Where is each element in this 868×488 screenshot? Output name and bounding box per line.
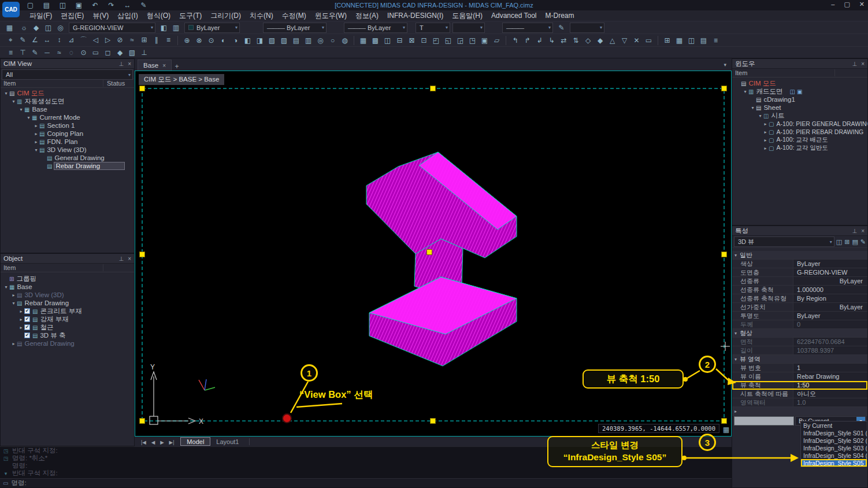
tree-item-label-selected[interactable]: Rebar Drawing: [54, 162, 124, 169]
toolbar-icon[interactable]: ◻: [102, 47, 114, 58]
visibility-checkbox[interactable]: ✔: [24, 316, 30, 322]
toolbar-icon[interactable]: ◫: [381, 35, 394, 46]
pin-icon[interactable]: ⊥: [852, 228, 857, 234]
toolbar-icon[interactable]: ▤: [698, 35, 710, 46]
tree-item-steel[interactable]: ▸✔▤강재 부재: [1, 315, 134, 323]
column-header-item[interactable]: Item: [732, 69, 835, 76]
toolbar-icon[interactable]: ⊟: [394, 35, 406, 46]
toolbar-icon[interactable]: ▧: [266, 35, 278, 46]
tree-item-concrete[interactable]: ▸✔▤콘크리트 부재: [1, 307, 134, 315]
tree-item-3d-view[interactable]: ▾▤3D View (3D): [1, 146, 134, 154]
menu-dimension[interactable]: 치수(N): [246, 10, 277, 21]
linetype-combo[interactable]: ——— ByLayer▾: [263, 23, 327, 33]
select-objects-icon[interactable]: ⊞: [844, 238, 850, 246]
document-tab-base[interactable]: Base×: [138, 60, 172, 71]
drawing-viewport[interactable]: Y X: [135, 71, 731, 436]
toolbar-icon[interactable]: ⊙: [205, 35, 217, 46]
grid-toggle-icon[interactable]: ▦: [723, 426, 729, 434]
next-sheet-button[interactable]: ▶: [158, 439, 166, 445]
toolbar-icon[interactable]: ▥: [170, 23, 182, 33]
add-tab-button[interactable]: +: [172, 62, 182, 71]
tree-item-label[interactable]: Base: [32, 106, 47, 113]
toolbar-icon[interactable]: ⊗: [193, 35, 205, 46]
toolbar-icon[interactable]: ◧: [158, 23, 170, 33]
toolbar-icon[interactable]: ∥: [150, 35, 162, 45]
expand-arrow-icon[interactable]: ▸: [732, 409, 740, 414]
tree-item-label[interactable]: 철근: [40, 323, 53, 331]
tree-item-label[interactable]: Sheet: [763, 104, 781, 111]
minimize-button[interactable]: –: [831, 1, 834, 8]
expand-arrow-icon[interactable]: ▾: [10, 301, 17, 306]
property-row-layer[interactable]: 도면층G-REGION-VIEW: [732, 268, 867, 277]
toolbar-icon[interactable]: ◨: [254, 35, 266, 46]
toolbar-icon[interactable]: ◎: [314, 35, 327, 46]
tree-item-3d-view-axis[interactable]: ✔▤3D 뷰 축: [1, 331, 134, 339]
toolbar-icon[interactable]: ✎: [17, 35, 29, 45]
layer-manager-icon[interactable]: ▦: [3, 23, 16, 33]
tree-item-cim-mode[interactable]: ▤CIM 모드: [732, 79, 867, 87]
tree-item-rebar-drawing[interactable]: ▾▤Rebar Drawing: [1, 299, 134, 307]
style-edit-cell[interactable]: [734, 416, 794, 426]
toolbar-icon[interactable]: ↔: [41, 35, 53, 45]
property-row-view-number[interactable]: 뷰 번호1: [732, 364, 867, 372]
tree-item-label[interactable]: 3D 뷰 축: [40, 331, 65, 339]
app-logo[interactable]: CAD: [2, 2, 20, 17]
lineweight-combo[interactable]: ——— ByLayer▾: [344, 23, 407, 33]
menu-file[interactable]: 파일(F): [25, 10, 56, 21]
tree-item-a100-rebar[interactable]: ▸▢A-100: PIER REBAR DRAWING: [732, 128, 867, 136]
category-general[interactable]: ▾일반: [732, 251, 867, 260]
expand-arrow-icon[interactable]: ▸: [762, 138, 769, 143]
plotstyle-icon[interactable]: ✎: [555, 23, 567, 33]
toolbar-icon[interactable]: ▱: [491, 35, 503, 46]
tree-item-fdn-plan[interactable]: ▸▤FDN. Plan: [1, 138, 134, 146]
tree-item-rebar-drawing[interactable]: ▤Rebar Drawing: [1, 162, 134, 170]
dropdown-option-s02[interactable]: InfraDesign_Style S02 (Gene: [801, 437, 867, 444]
toolbar-icon[interactable]: ⊤: [17, 47, 29, 58]
toolbar-icon[interactable]: ∠: [29, 35, 41, 45]
menu-infradesign[interactable]: INFRA-DESIGN(I): [383, 11, 447, 20]
tree-item-label[interactable]: 캐드도면: [756, 87, 782, 95]
toolbar-icon[interactable]: ⊘: [114, 35, 126, 45]
toolbar-icon[interactable]: ▽: [618, 35, 630, 46]
expand-arrow-icon[interactable]: ▾: [732, 357, 740, 362]
category-collapsed[interactable]: ▸: [732, 407, 867, 416]
tree-item-section1[interactable]: ▸▤Section 1: [1, 121, 134, 130]
close-icon[interactable]: ×: [128, 61, 131, 67]
tree-item-cdrawing1[interactable]: ▤cDrawing1: [732, 95, 867, 103]
toolbar-icon[interactable]: ≈: [53, 47, 65, 58]
toolbar-icon[interactable]: ─: [41, 47, 53, 58]
toolbar-icon[interactable]: ◳: [466, 35, 478, 46]
menu-insert[interactable]: 삽입(I): [113, 10, 142, 21]
chevron-down-icon[interactable]: ▾: [724, 62, 726, 68]
color-combo[interactable]: ByLayer▾: [184, 23, 240, 33]
textstyle-combo[interactable]: T▾: [416, 23, 450, 33]
expand-arrow-icon[interactable]: ▾: [742, 89, 748, 94]
tree-item-label[interactable]: 그룹핑: [16, 275, 36, 283]
toolbar-icon[interactable]: ↶: [89, 0, 101, 10]
property-row-transparency[interactable]: 투명도ByLayer: [732, 312, 867, 320]
property-row-linetype-scale-type[interactable]: 선종류 축척유형By Region: [732, 294, 867, 303]
toolbar-icon[interactable]: ▭: [643, 35, 655, 46]
tree-item-label[interactable]: Coping Plan: [47, 130, 83, 137]
toolbar-icon[interactable]: ◧: [242, 35, 254, 46]
plotstyle-combo[interactable]: ▾: [570, 23, 604, 33]
expand-arrow-icon[interactable]: ▾: [750, 105, 756, 110]
menu-tools[interactable]: 도구(T): [175, 10, 206, 21]
close-icon[interactable]: ×: [128, 256, 131, 262]
toolbar-icon[interactable]: ⊠: [406, 35, 418, 46]
toolbar-icon[interactable]: ↔: [121, 0, 133, 10]
property-row-area[interactable]: 면적622847670.0684: [732, 338, 867, 346]
expand-arrow-icon[interactable]: ▸: [33, 139, 39, 145]
toolbar-icon[interactable]: ▧: [126, 47, 138, 58]
tree-item-label[interactable]: General Drawing: [24, 340, 74, 347]
toolbar-icon[interactable]: ▩: [369, 35, 381, 46]
tree-item-label[interactable]: A-100: 교각 일반도: [776, 144, 828, 152]
tree-item-label[interactable]: Rebar Drawing: [24, 300, 69, 306]
toolbar-icon[interactable]: ◰: [430, 35, 442, 46]
toolbar-icon[interactable]: ▷: [102, 35, 114, 45]
toolbar-icon[interactable]: ▦: [673, 35, 685, 46]
toolbar-icon[interactable]: ◑: [229, 35, 242, 46]
menu-format[interactable]: 형식(O): [143, 10, 175, 21]
toolbar-icon[interactable]: ◆: [594, 35, 606, 46]
quick-select-icon[interactable]: ◫: [836, 238, 842, 246]
